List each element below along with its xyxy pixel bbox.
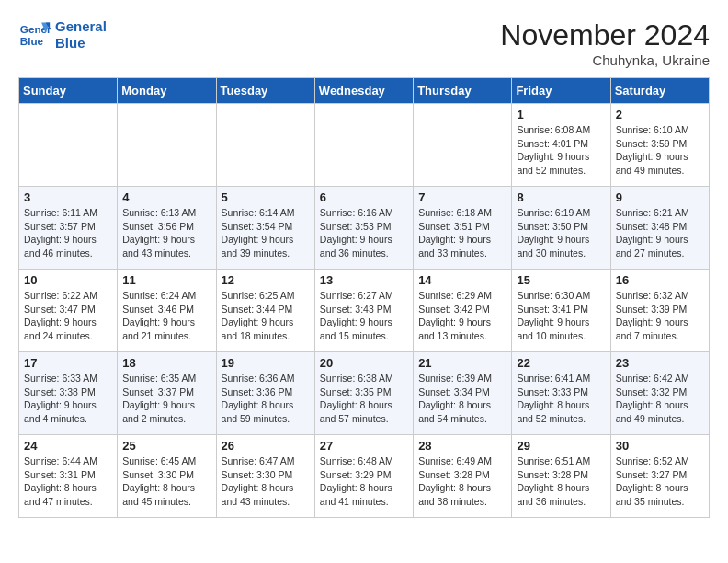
- calendar-cell: 27Sunrise: 6:48 AM Sunset: 3:29 PM Dayli…: [314, 435, 413, 518]
- day-number: 26: [222, 439, 310, 453]
- calendar-cell: [19, 104, 118, 187]
- title-block: November 2024 Chuhynka, Ukraine: [500, 18, 710, 68]
- day-info: Sunrise: 6:11 AM Sunset: 3:57 PM Dayligh…: [24, 206, 112, 260]
- calendar-cell: 4Sunrise: 6:13 AM Sunset: 3:56 PM Daylig…: [118, 187, 216, 270]
- day-info: Sunrise: 6:39 AM Sunset: 3:34 PM Dayligh…: [418, 372, 506, 426]
- col-header-tuesday: Tuesday: [216, 78, 314, 104]
- day-info: Sunrise: 6:21 AM Sunset: 3:48 PM Dayligh…: [616, 206, 704, 260]
- day-number: 30: [616, 439, 704, 453]
- day-number: 2: [616, 108, 704, 121]
- calendar-cell: 23Sunrise: 6:42 AM Sunset: 3:32 PM Dayli…: [610, 352, 709, 435]
- location-subtitle: Chuhynka, Ukraine: [500, 52, 710, 68]
- day-number: 4: [122, 190, 210, 204]
- day-number: 19: [222, 356, 310, 370]
- col-header-thursday: Thursday: [414, 78, 512, 104]
- day-number: 15: [517, 273, 605, 287]
- day-number: 9: [616, 190, 704, 204]
- calendar-cell: 7Sunrise: 6:18 AM Sunset: 3:51 PM Daylig…: [414, 187, 512, 270]
- day-info: Sunrise: 6:27 AM Sunset: 3:43 PM Dayligh…: [320, 289, 408, 343]
- day-number: 16: [616, 273, 704, 287]
- calendar-header-row: SundayMondayTuesdayWednesdayThursdayFrid…: [19, 78, 710, 104]
- day-info: Sunrise: 6:51 AM Sunset: 3:28 PM Dayligh…: [517, 454, 605, 509]
- calendar-cell: 16Sunrise: 6:32 AM Sunset: 3:39 PM Dayli…: [610, 270, 709, 352]
- calendar-cell: 3Sunrise: 6:11 AM Sunset: 3:57 PM Daylig…: [19, 187, 118, 270]
- day-number: 3: [24, 190, 112, 204]
- logo-line2: Blue: [55, 35, 107, 52]
- day-info: Sunrise: 6:18 AM Sunset: 3:51 PM Dayligh…: [418, 206, 506, 260]
- calendar-cell: 15Sunrise: 6:30 AM Sunset: 3:41 PM Dayli…: [512, 270, 610, 352]
- week-row-3: 10Sunrise: 6:22 AM Sunset: 3:47 PM Dayli…: [19, 270, 710, 352]
- calendar-cell: 12Sunrise: 6:25 AM Sunset: 3:44 PM Dayli…: [216, 270, 314, 352]
- day-number: 25: [122, 439, 210, 453]
- day-number: 28: [418, 439, 506, 453]
- day-info: Sunrise: 6:24 AM Sunset: 3:46 PM Dayligh…: [122, 289, 210, 343]
- day-info: Sunrise: 6:49 AM Sunset: 3:28 PM Dayligh…: [418, 454, 506, 509]
- day-number: 5: [222, 190, 310, 204]
- week-row-1: 1Sunrise: 6:08 AM Sunset: 4:01 PM Daylig…: [19, 104, 710, 187]
- day-number: 22: [517, 356, 605, 370]
- day-info: Sunrise: 6:35 AM Sunset: 3:37 PM Dayligh…: [122, 372, 210, 426]
- day-number: 20: [320, 356, 408, 370]
- week-row-4: 17Sunrise: 6:33 AM Sunset: 3:38 PM Dayli…: [19, 352, 710, 435]
- day-info: Sunrise: 6:41 AM Sunset: 3:33 PM Dayligh…: [517, 372, 605, 426]
- calendar-body: 1Sunrise: 6:08 AM Sunset: 4:01 PM Daylig…: [19, 104, 710, 518]
- day-info: Sunrise: 6:10 AM Sunset: 3:59 PM Dayligh…: [616, 123, 704, 178]
- col-header-friday: Friday: [512, 78, 610, 104]
- logo-line1: General: [55, 18, 107, 35]
- day-number: 8: [517, 190, 605, 204]
- calendar-cell: 8Sunrise: 6:19 AM Sunset: 3:50 PM Daylig…: [512, 187, 610, 270]
- calendar-cell: 11Sunrise: 6:24 AM Sunset: 3:46 PM Dayli…: [118, 270, 216, 352]
- col-header-saturday: Saturday: [610, 78, 709, 104]
- day-info: Sunrise: 6:19 AM Sunset: 3:50 PM Dayligh…: [517, 206, 605, 260]
- day-info: Sunrise: 6:29 AM Sunset: 3:42 PM Dayligh…: [418, 289, 506, 343]
- day-info: Sunrise: 6:33 AM Sunset: 3:38 PM Dayligh…: [24, 372, 112, 426]
- day-number: 13: [320, 273, 408, 287]
- week-row-2: 3Sunrise: 6:11 AM Sunset: 3:57 PM Daylig…: [19, 187, 710, 270]
- week-row-5: 24Sunrise: 6:44 AM Sunset: 3:31 PM Dayli…: [19, 435, 710, 518]
- day-number: 1: [517, 108, 605, 121]
- day-number: 6: [320, 190, 408, 204]
- month-title: November 2024: [500, 18, 710, 52]
- day-info: Sunrise: 6:30 AM Sunset: 3:41 PM Dayligh…: [517, 289, 605, 343]
- day-number: 29: [517, 439, 605, 453]
- day-info: Sunrise: 6:13 AM Sunset: 3:56 PM Dayligh…: [122, 206, 210, 260]
- calendar-cell: 2Sunrise: 6:10 AM Sunset: 3:59 PM Daylig…: [610, 104, 709, 187]
- calendar-cell: 17Sunrise: 6:33 AM Sunset: 3:38 PM Dayli…: [19, 352, 118, 435]
- day-number: 7: [418, 190, 506, 204]
- calendar-cell: 30Sunrise: 6:52 AM Sunset: 3:27 PM Dayli…: [610, 435, 709, 518]
- day-info: Sunrise: 6:36 AM Sunset: 3:36 PM Dayligh…: [222, 372, 310, 426]
- day-number: 14: [418, 273, 506, 287]
- logo: General Blue General Blue: [18, 18, 107, 52]
- calendar-cell: 13Sunrise: 6:27 AM Sunset: 3:43 PM Dayli…: [314, 270, 413, 352]
- page-header: General Blue General Blue November 2024 …: [18, 18, 710, 68]
- day-info: Sunrise: 6:16 AM Sunset: 3:53 PM Dayligh…: [320, 206, 408, 260]
- calendar-cell: [118, 104, 216, 187]
- day-info: Sunrise: 6:38 AM Sunset: 3:35 PM Dayligh…: [320, 372, 408, 426]
- calendar-cell: 9Sunrise: 6:21 AM Sunset: 3:48 PM Daylig…: [610, 187, 709, 270]
- day-info: Sunrise: 6:52 AM Sunset: 3:27 PM Dayligh…: [616, 454, 704, 509]
- calendar-cell: 18Sunrise: 6:35 AM Sunset: 3:37 PM Dayli…: [118, 352, 216, 435]
- day-info: Sunrise: 6:45 AM Sunset: 3:30 PM Dayligh…: [122, 454, 210, 509]
- calendar-cell: 21Sunrise: 6:39 AM Sunset: 3:34 PM Dayli…: [414, 352, 512, 435]
- day-info: Sunrise: 6:42 AM Sunset: 3:32 PM Dayligh…: [616, 372, 704, 426]
- day-number: 24: [24, 439, 112, 453]
- day-number: 10: [24, 273, 112, 287]
- calendar-table: SundayMondayTuesdayWednesdayThursdayFrid…: [18, 77, 710, 518]
- col-header-sunday: Sunday: [19, 78, 118, 104]
- day-info: Sunrise: 6:14 AM Sunset: 3:54 PM Dayligh…: [222, 206, 310, 260]
- day-number: 21: [418, 356, 506, 370]
- col-header-wednesday: Wednesday: [314, 78, 413, 104]
- calendar-cell: 6Sunrise: 6:16 AM Sunset: 3:53 PM Daylig…: [314, 187, 413, 270]
- calendar-cell: [314, 104, 413, 187]
- day-info: Sunrise: 6:44 AM Sunset: 3:31 PM Dayligh…: [24, 454, 112, 509]
- day-number: 27: [320, 439, 408, 453]
- calendar-cell: 20Sunrise: 6:38 AM Sunset: 3:35 PM Dayli…: [314, 352, 413, 435]
- calendar-cell: 10Sunrise: 6:22 AM Sunset: 3:47 PM Dayli…: [19, 270, 118, 352]
- calendar-cell: 25Sunrise: 6:45 AM Sunset: 3:30 PM Dayli…: [118, 435, 216, 518]
- day-number: 11: [122, 273, 210, 287]
- calendar-cell: 19Sunrise: 6:36 AM Sunset: 3:36 PM Dayli…: [216, 352, 314, 435]
- calendar-cell: 24Sunrise: 6:44 AM Sunset: 3:31 PM Dayli…: [19, 435, 118, 518]
- day-info: Sunrise: 6:08 AM Sunset: 4:01 PM Dayligh…: [517, 123, 605, 178]
- day-info: Sunrise: 6:25 AM Sunset: 3:44 PM Dayligh…: [222, 289, 310, 343]
- calendar-cell: 22Sunrise: 6:41 AM Sunset: 3:33 PM Dayli…: [512, 352, 610, 435]
